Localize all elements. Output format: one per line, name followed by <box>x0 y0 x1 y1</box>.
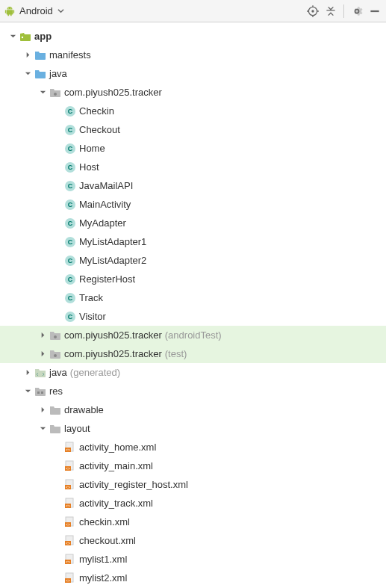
spacer <box>52 517 63 527</box>
tree-node-xml[interactable]: <> activity_register_host.xml <box>0 475 386 494</box>
spacer <box>52 218 63 229</box>
class-icon: C <box>64 199 76 211</box>
xml-layout-icon: <> <box>64 442 76 454</box>
tree-label: res <box>49 386 63 396</box>
tree-node-res[interactable]: res <box>0 382 386 400</box>
chevron-right-icon[interactable] <box>37 405 48 415</box>
svg-rect-2 <box>5 10 6 13</box>
tree-label: com.piyush025.tracker <box>64 330 162 340</box>
tree-node-class[interactable]: C RegisterHost <box>0 270 386 288</box>
gear-icon[interactable] <box>350 4 364 18</box>
svg-text:C: C <box>68 108 73 115</box>
tree-label: activity_register_host.xml <box>79 480 188 489</box>
tree-node-class[interactable]: C Home <box>0 139 386 158</box>
tree-label: Checkout <box>79 125 120 134</box>
tree-node-xml[interactable]: <> mylist2.xml <box>0 569 386 587</box>
spacer <box>52 573 63 584</box>
tree-node-java-generated[interactable]: java (generated) <box>0 363 386 382</box>
svg-text:<>: <> <box>66 448 70 452</box>
svg-point-34 <box>54 354 57 357</box>
project-toolbar: Android <box>0 0 386 22</box>
spacer <box>52 143 63 154</box>
tree-label: Host <box>79 162 99 172</box>
chevron-right-icon[interactable] <box>37 330 48 341</box>
svg-rect-3 <box>13 10 14 13</box>
chevron-down-icon <box>56 6 66 16</box>
tree-label: activity_track.xml <box>79 498 153 508</box>
xml-layout-icon: <> <box>64 572 76 584</box>
svg-text:<>: <> <box>66 466 70 471</box>
svg-rect-6 <box>370 10 379 11</box>
spacer <box>52 274 63 285</box>
chevron-right-icon[interactable] <box>22 368 33 378</box>
tree-label: layout <box>64 424 90 433</box>
tree-label: manifests <box>49 50 91 60</box>
chevron-right-icon[interactable] <box>37 349 48 359</box>
module-icon <box>19 31 31 43</box>
tree-node-xml[interactable]: <> activity_home.xml <box>0 438 386 457</box>
tree-node-xml[interactable]: <> activity_track.xml <box>0 494 386 513</box>
tree-node-package-main[interactable]: com.piyush025.tracker <box>0 83 386 102</box>
svg-text:<>: <> <box>66 522 70 527</box>
tree-label: activity_home.xml <box>79 442 156 452</box>
tree-node-class[interactable]: C JavaMailAPI <box>0 176 386 195</box>
tree-node-app[interactable]: app <box>0 27 386 46</box>
spacer <box>52 162 63 173</box>
spacer <box>52 498 63 509</box>
xml-layout-icon: <> <box>64 535 76 547</box>
tree-node-class[interactable]: C Checkout <box>0 120 386 139</box>
tree-node-class[interactable]: C MainActivity <box>0 195 386 214</box>
class-icon: C <box>64 180 76 192</box>
tree-node-layout[interactable]: layout <box>0 419 386 438</box>
tree-node-class[interactable]: C Checkin <box>0 102 386 120</box>
android-icon <box>4 6 15 16</box>
package-icon <box>49 87 61 99</box>
collapse-icon[interactable] <box>324 4 337 18</box>
svg-text:<>: <> <box>66 578 70 583</box>
tree-node-java[interactable]: java <box>0 64 386 83</box>
view-selector[interactable]: Android <box>4 5 306 16</box>
tree-label: MyListAdapter2 <box>79 256 146 265</box>
spacer <box>52 461 63 471</box>
chevron-down-icon[interactable] <box>22 386 33 397</box>
chevron-down-icon[interactable] <box>37 424 48 434</box>
tree-label: app <box>34 31 52 41</box>
tree-node-class[interactable]: C Visitor <box>0 307 386 326</box>
class-icon: C <box>64 105 76 117</box>
tree-label: com.piyush025.tracker <box>64 87 162 97</box>
tree-node-class[interactable]: C Host <box>0 158 386 176</box>
svg-text:C: C <box>68 145 73 152</box>
tree-node-package-androidtest[interactable]: com.piyush025.tracker (androidTest) <box>0 326 386 344</box>
xml-layout-icon: <> <box>64 554 76 566</box>
minimize-icon[interactable] <box>368 4 382 18</box>
tree-label: MainActivity <box>79 199 131 209</box>
tree-label: RegisterHost <box>79 274 135 284</box>
tree-node-xml[interactable]: <> checkin.xml <box>0 513 386 531</box>
tree-node-class[interactable]: C MyListAdapter1 <box>0 232 386 251</box>
folder-icon <box>49 404 61 416</box>
tree-node-drawable[interactable]: drawable <box>0 400 386 419</box>
svg-rect-35 <box>37 392 40 394</box>
svg-text:C: C <box>68 126 73 134</box>
target-icon[interactable] <box>306 4 320 18</box>
tree-node-package-test[interactable]: com.piyush025.tracker (test) <box>0 344 386 363</box>
tree-label: mylist1.xml <box>79 554 127 564</box>
tree-node-manifests[interactable]: manifests <box>0 46 386 64</box>
tree-node-class[interactable]: C MyAdapter <box>0 214 386 232</box>
tree-node-xml[interactable]: <> checkout.xml <box>0 531 386 550</box>
svg-text:<>: <> <box>66 541 70 545</box>
svg-text:C: C <box>68 220 73 227</box>
tree-node-xml[interactable]: <> mylist1.xml <box>0 550 386 569</box>
folder-icon <box>34 68 46 80</box>
tree-node-class[interactable]: C MyListAdapter2 <box>0 251 386 270</box>
chevron-down-icon[interactable] <box>7 31 18 42</box>
svg-text:C: C <box>68 276 73 283</box>
chevron-down-icon[interactable] <box>22 69 33 79</box>
spacer <box>52 536 63 546</box>
chevron-down-icon[interactable] <box>37 87 48 98</box>
folder-icon <box>34 49 46 61</box>
chevron-right-icon[interactable] <box>22 50 33 61</box>
tree-node-class[interactable]: C Track <box>0 288 386 307</box>
spacer <box>52 199 63 210</box>
tree-node-xml[interactable]: <> activity_main.xml <box>0 457 386 475</box>
